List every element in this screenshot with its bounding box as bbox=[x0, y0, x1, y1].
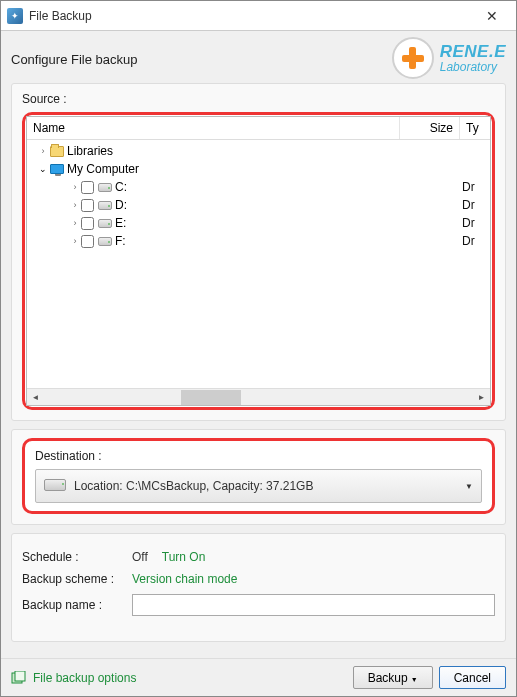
tree-item-type: Dr bbox=[462, 198, 490, 212]
destination-value: Location: C:\MCsBackup, Capacity: 37.21G… bbox=[74, 479, 465, 493]
tree-row[interactable]: ›F:Dr bbox=[27, 232, 490, 250]
settings-panel: Schedule : Off Turn On Backup scheme : V… bbox=[11, 533, 506, 642]
content-area: Configure File backup RENE.E Laboratory … bbox=[1, 31, 516, 658]
tree-row[interactable]: ›D:Dr bbox=[27, 196, 490, 214]
tree-item-label: E: bbox=[115, 216, 462, 230]
drive-icon bbox=[97, 216, 113, 230]
tree-checkbox[interactable] bbox=[81, 217, 94, 230]
tree-item-label: C: bbox=[115, 180, 462, 194]
tree-row[interactable]: ⌄My Computer bbox=[27, 160, 490, 178]
tree-row[interactable]: ›C:Dr bbox=[27, 178, 490, 196]
chevron-right-icon[interactable]: › bbox=[69, 236, 81, 246]
app-icon: ✦ bbox=[7, 8, 23, 24]
titlebar: ✦ File Backup ✕ bbox=[1, 1, 516, 31]
cancel-button[interactable]: Cancel bbox=[439, 666, 506, 689]
scroll-track[interactable] bbox=[44, 390, 473, 405]
drive-icon bbox=[97, 234, 113, 248]
plus-icon bbox=[392, 37, 434, 79]
chevron-down-icon[interactable]: ⌄ bbox=[37, 164, 49, 174]
tree-checkbox[interactable] bbox=[81, 235, 94, 248]
col-size[interactable]: Size bbox=[400, 117, 460, 139]
tree-item-type: Dr bbox=[462, 216, 490, 230]
chevron-down-icon: ▼ bbox=[465, 482, 473, 491]
logo-line1: RENE.E bbox=[440, 43, 506, 60]
horizontal-scrollbar[interactable]: ◄ ► bbox=[27, 388, 490, 405]
drive-icon bbox=[97, 198, 113, 212]
schedule-row: Schedule : Off Turn On bbox=[22, 550, 495, 564]
options-icon bbox=[11, 671, 27, 685]
destination-select[interactable]: Location: C:\MCsBackup, Capacity: 37.21G… bbox=[35, 469, 482, 503]
brand-logo: RENE.E Laboratory bbox=[392, 37, 506, 79]
schedule-status: Off bbox=[132, 550, 148, 564]
drive-icon bbox=[97, 180, 113, 194]
scheme-label: Backup scheme : bbox=[22, 572, 132, 586]
destination-panel: Destination : Location: C:\MCsBackup, Ca… bbox=[11, 429, 506, 525]
monitor-icon bbox=[49, 162, 65, 176]
col-type[interactable]: Ty bbox=[460, 117, 490, 139]
backup-button[interactable]: Backup▼ bbox=[353, 666, 433, 689]
folder-icon bbox=[49, 144, 65, 158]
chevron-right-icon[interactable]: › bbox=[37, 146, 49, 156]
schedule-turn-on-link[interactable]: Turn On bbox=[162, 550, 206, 564]
chevron-right-icon[interactable]: › bbox=[69, 182, 81, 192]
svg-rect-1 bbox=[15, 671, 25, 681]
header-row: Configure File backup RENE.E Laboratory bbox=[11, 37, 506, 79]
scheme-value-link[interactable]: Version chain mode bbox=[132, 572, 237, 586]
chevron-right-icon[interactable]: › bbox=[69, 218, 81, 228]
tree-item-label: Libraries bbox=[67, 144, 462, 158]
source-label: Source : bbox=[22, 92, 495, 106]
tree-header[interactable]: Name Size Ty bbox=[27, 117, 490, 140]
tree-row[interactable]: ›E:Dr bbox=[27, 214, 490, 232]
tree-item-type: Dr bbox=[462, 234, 490, 248]
source-tree[interactable]: Name Size Ty ›Libraries⌄My Computer›C:Dr… bbox=[26, 116, 491, 406]
scheme-row: Backup scheme : Version chain mode bbox=[22, 572, 495, 586]
tree-body[interactable]: ›Libraries⌄My Computer›C:Dr›D:Dr›E:Dr›F:… bbox=[27, 140, 490, 388]
tree-checkbox[interactable] bbox=[81, 199, 94, 212]
backup-button-label: Backup bbox=[368, 671, 408, 685]
source-panel: Source : Name Size Ty ›Libraries⌄My Comp… bbox=[11, 83, 506, 421]
chevron-right-icon[interactable]: › bbox=[69, 200, 81, 210]
col-name[interactable]: Name bbox=[27, 117, 400, 139]
tree-item-type: Dr bbox=[462, 180, 490, 194]
destination-label: Destination : bbox=[35, 449, 482, 463]
scroll-thumb[interactable] bbox=[181, 390, 241, 405]
scroll-left-button[interactable]: ◄ bbox=[27, 390, 44, 405]
logo-text: RENE.E Laboratory bbox=[440, 43, 506, 73]
schedule-label: Schedule : bbox=[22, 550, 132, 564]
close-button[interactable]: ✕ bbox=[472, 2, 512, 30]
tree-item-label: D: bbox=[115, 198, 462, 212]
source-highlight-box: Name Size Ty ›Libraries⌄My Computer›C:Dr… bbox=[22, 112, 495, 410]
window-title: File Backup bbox=[29, 9, 472, 23]
drive-icon bbox=[44, 479, 66, 493]
backup-name-row: Backup name : bbox=[22, 594, 495, 616]
footer: File backup options Backup▼ Cancel bbox=[1, 658, 516, 696]
destination-highlight-box: Destination : Location: C:\MCsBackup, Ca… bbox=[22, 438, 495, 514]
tree-row[interactable]: ›Libraries bbox=[27, 142, 490, 160]
configure-label: Configure File backup bbox=[11, 50, 137, 67]
scroll-right-button[interactable]: ► bbox=[473, 390, 490, 405]
backup-name-label: Backup name : bbox=[22, 598, 132, 612]
tree-item-label: F: bbox=[115, 234, 462, 248]
backup-name-input[interactable] bbox=[132, 594, 495, 616]
tree-checkbox[interactable] bbox=[81, 181, 94, 194]
tree-item-label: My Computer bbox=[67, 162, 462, 176]
logo-line2: Laboratory bbox=[440, 61, 506, 73]
file-backup-options-link[interactable]: File backup options bbox=[33, 671, 347, 685]
backup-dropdown-arrow-icon: ▼ bbox=[411, 676, 418, 683]
